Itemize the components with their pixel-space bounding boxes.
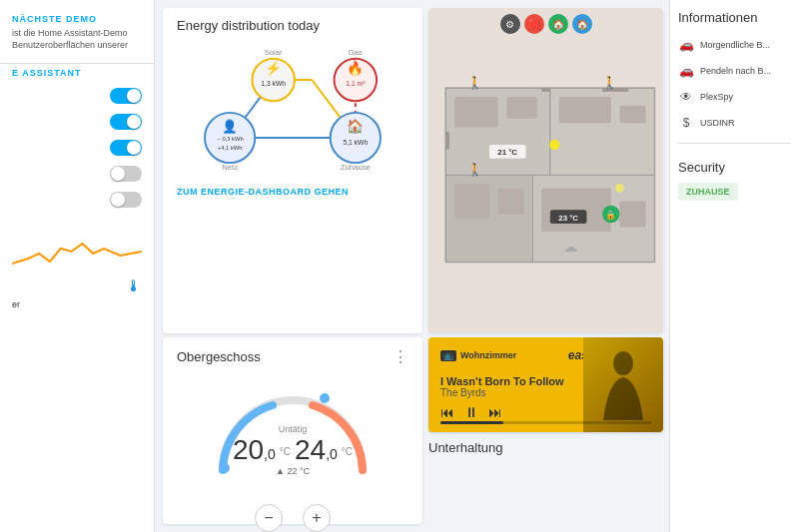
music-artwork: [583, 337, 663, 432]
room-icon: 📺: [440, 350, 456, 361]
toggle-2[interactable]: [110, 114, 142, 130]
thermometer-icon: 🌡: [126, 277, 142, 295]
thermostat-center: Untätig 20,0 °C 24,0 °C ▲ 22 °C: [233, 424, 353, 476]
artwork-bg: [583, 337, 663, 432]
svg-point-47: [320, 393, 330, 403]
thermostat-title: Obergeschoss: [177, 349, 261, 364]
demo-text: ist die Home Assistant-Demo Benutzerober…: [0, 26, 154, 59]
svg-text:Gas: Gas: [349, 48, 363, 57]
floorplan-panel: ⚙ 🟥 🏠 🏠: [428, 8, 663, 333]
info-item-2: 🚗 Pendeln nach B...: [678, 61, 791, 81]
music-play-button[interactable]: ⏸: [464, 404, 478, 420]
svg-rect-30: [454, 184, 489, 219]
toggle-row-4: [12, 166, 142, 182]
toggle-5[interactable]: [110, 192, 142, 208]
thermostat-panel: Obergeschoss ⋮ Untätig: [163, 337, 422, 524]
music-progress-bar: [440, 421, 651, 424]
energy-title: Energy distribution today: [177, 18, 408, 33]
svg-rect-29: [619, 106, 645, 123]
toggle-list: [0, 80, 154, 216]
svg-text:23 °C: 23 °C: [558, 214, 578, 223]
info-item-4: $ USDINR: [678, 113, 791, 133]
security-section: Security ZUHAUSE: [678, 160, 791, 201]
svg-text:21 °C: 21 °C: [497, 148, 517, 157]
car-icon-2: 🚗: [678, 64, 694, 78]
svg-rect-26: [454, 97, 498, 127]
toggle-row-2: [12, 114, 142, 130]
svg-text:←0,3 kWh: ←0,3 kWh: [217, 136, 244, 142]
target-unit: °C: [342, 439, 353, 464]
svg-text:☁: ☁: [563, 239, 577, 255]
svg-text:1,1 m³: 1,1 m³: [346, 80, 366, 87]
sidebar-thermo: 🌡: [0, 273, 154, 299]
svg-text:👤: 👤: [222, 119, 238, 135]
security-button[interactable]: ZUHAUSE: [678, 183, 738, 201]
music-prev-button[interactable]: ⏮: [440, 404, 454, 420]
svg-text:🚶: 🚶: [602, 75, 618, 91]
eye-icon: 👁: [678, 90, 694, 104]
info-item-3: 👁 PlexSpy: [678, 87, 791, 107]
music-next-button[interactable]: ⏭: [488, 404, 502, 420]
thermostat-controls: − +: [177, 504, 408, 532]
current-temp: 20,0: [233, 436, 276, 464]
info-item-1: 🚗 Morgendliche B...: [678, 35, 791, 55]
toggle-1[interactable]: [110, 88, 142, 104]
fp-icons-row: ⚙ 🟥 🏠 🏠: [500, 14, 592, 34]
floorplan-svg: 21 °C 23 °C 🚶 🚶 🚶 🔒 ☁: [428, 8, 663, 333]
fp-icon-green[interactable]: 🏠: [548, 14, 568, 34]
svg-text:Solar: Solar: [265, 48, 283, 57]
svg-rect-28: [559, 97, 611, 123]
thermostat-menu-button[interactable]: ⋮: [393, 347, 408, 366]
fp-icon-settings[interactable]: ⚙: [500, 14, 520, 34]
demo-label: NÄCHSTE DEMO: [0, 10, 154, 26]
svg-point-48: [613, 351, 633, 375]
toggle-row-3: [12, 140, 142, 156]
info-title: Informationen: [678, 10, 791, 25]
music-section: 📺 Wohnzimmer I Wasn't Born To Follow The…: [428, 337, 663, 524]
temp-increase-button[interactable]: +: [303, 504, 331, 532]
svg-point-41: [549, 140, 559, 150]
sidebar-label: er: [0, 299, 154, 309]
svg-point-42: [615, 184, 624, 193]
info-text-2: Pendeln nach B...: [700, 66, 791, 76]
svg-text:🚶: 🚶: [467, 75, 483, 91]
svg-text:Zuhause: Zuhause: [341, 163, 371, 172]
music-progress-fill: [440, 421, 503, 424]
info-text-1: Morgendliche B...: [700, 40, 791, 50]
top-row: Energy distribution today ⚡ 1,3 kWh Sola…: [155, 0, 669, 337]
energy-panel: Energy distribution today ⚡ 1,3 kWh Sola…: [163, 8, 422, 333]
toggle-row-5: [12, 192, 142, 208]
thermostat-set-temp: ▲ 22 °C: [233, 466, 353, 476]
fp-icon-blue[interactable]: 🏠: [572, 14, 592, 34]
target-temp: 24,0: [295, 436, 338, 464]
svg-text:🔒: 🔒: [605, 209, 616, 221]
car-icon-1: 🚗: [678, 38, 694, 52]
temp-decrease-button[interactable]: −: [255, 504, 283, 532]
thermostat-temps: 20,0 °C 24,0 °C: [233, 436, 353, 464]
energy-link-button[interactable]: ZUM ENERGIE-DASHBOARD GEHEN: [177, 187, 408, 197]
svg-rect-31: [498, 188, 524, 214]
svg-rect-27: [506, 97, 536, 119]
current-unit: °C: [280, 439, 291, 464]
svg-text:1,3 kWh: 1,3 kWh: [261, 80, 286, 87]
svg-text:+4,1 kWh: +4,1 kWh: [218, 145, 243, 151]
left-sidebar: NÄCHSTE DEMO ist die Home Assistant-Demo…: [0, 0, 155, 532]
svg-rect-32: [541, 188, 611, 232]
toggle-4[interactable]: [110, 166, 142, 182]
sidebar-chart: [12, 224, 142, 273]
svg-rect-33: [619, 201, 645, 227]
info-text-3: PlexSpy: [700, 92, 791, 102]
energy-diagram: ⚡ 1,3 kWh Solar 🔥 1,1 m³ Gas 👤 ←0,3 kWh …: [177, 39, 408, 179]
main-content: Energy distribution today ⚡ 1,3 kWh Sola…: [155, 0, 669, 532]
dollar-icon: $: [678, 116, 694, 130]
security-title: Security: [678, 160, 791, 175]
info-text-4: USDINR: [700, 118, 791, 128]
right-panel: Informationen 🚗 Morgendliche B... 🚗 Pend…: [669, 0, 799, 532]
svg-text:🏠: 🏠: [347, 118, 364, 135]
svg-rect-24: [541, 88, 550, 91]
toggle-3[interactable]: [110, 140, 142, 156]
fp-icon-red[interactable]: 🟥: [524, 14, 544, 34]
svg-text:🔥: 🔥: [347, 60, 364, 77]
thermostat-header: Obergeschoss ⋮: [177, 347, 408, 366]
music-panel: 📺 Wohnzimmer I Wasn't Born To Follow The…: [428, 337, 663, 432]
